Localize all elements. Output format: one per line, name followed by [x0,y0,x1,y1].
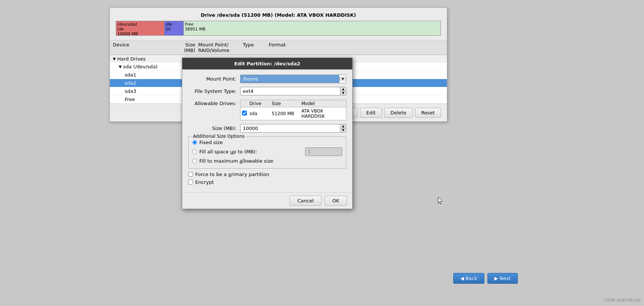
force-primary-row[interactable]: Force to be a primary partition [188,172,346,177]
seg-size: 20 [166,27,182,32]
drives-table: Drive Size Model sda 51200 MB ATA VBOX H… [240,100,346,120]
cancel-button[interactable]: Cancel [290,196,321,206]
filesystem-select[interactable]: ▲ ▼ [240,87,346,95]
col-size: Size [272,101,301,106]
radio-fill-up-label: Fill all space up to (MB): [199,149,257,154]
filesystem-spin-btns: ▲ ▼ [340,87,346,95]
allowable-drives-row: Allowable Drives: Drive Size Model sda [188,99,346,120]
seg-label: /de [166,22,182,27]
mount-point-input[interactable] [241,75,339,83]
filesystem-control: ▲ ▼ [240,87,346,95]
col-type: Type [243,42,269,53]
back-button[interactable]: ◀ Back [453,273,484,284]
ok-button[interactable]: OK [324,196,347,206]
size-input[interactable] [241,124,340,132]
radio-fill-max-input[interactable] [192,159,197,163]
size-label: Size (MB): [188,126,240,131]
fill-up-left: Fill all space up to (MB): [192,149,257,154]
seg-sub: /de [117,27,163,32]
size-spinbox: ▲ ▼ [240,124,346,133]
next-label: Next [500,276,511,281]
mount-point-row: Mount Point: ▼ [188,75,346,83]
device-name: sda2 [125,80,184,86]
col-size: Size(MB) [172,42,198,53]
disk-segment-sda3: /de 20 [164,21,184,35]
drives-header: Drive Size Model [241,100,346,107]
next-arrow-icon: ▶ [494,276,498,281]
col-device: Device [113,42,172,53]
filesystem-up-btn[interactable]: ▲ [340,87,346,91]
fill-up-input[interactable] [305,148,342,156]
radio-fill-up[interactable]: Fill all space up to (MB): ▲ ▼ [192,147,342,156]
device-name: sda3 [125,88,184,94]
encrypt-checkbox[interactable] [188,180,193,185]
encrypt-row[interactable]: Encrypt [188,179,346,185]
col-mount: Mount Point/RAID/Volume [198,42,243,53]
size-control: ▲ ▼ [240,124,346,133]
size-row: Size (MB): ▲ ▼ [188,124,346,133]
device-name: Free [125,97,184,102]
dropdown-arrow-icon: ▼ [340,77,346,81]
triangle-icon: ▼ [119,65,122,69]
disk-segment-sda2: /dev/sda2 /de 10000 MB [116,21,164,35]
mount-point-control: ▼ [240,75,346,83]
filesystem-row: File System Type: ▲ ▼ [188,87,346,95]
force-primary-checkbox[interactable] [188,172,193,177]
radio-fill-max[interactable]: Fill to maximum allowable size [192,158,342,164]
triangle-icon: ▼ [113,57,116,61]
next-button[interactable]: ▶ Next [487,273,518,284]
drive-size: 51200 MB [272,111,301,116]
allowable-drives-control: Drive Size Model sda 51200 MB ATA VBOX H… [240,99,346,120]
cursor [438,197,444,206]
allowable-drives-label: Allowable Drives: [188,99,240,106]
radio-fixed-size[interactable]: Fixed size [192,140,342,145]
additional-size-groupbox: Additional Size Options Fixed size Fill … [188,136,346,169]
group-label: Hard Drives [117,56,146,62]
col-radio [242,101,249,106]
mount-point-dropdown-btn[interactable]: ▼ [339,77,346,81]
disk-bar: /dev/sda2 /de 10000 MB /de 20 Free 38951… [116,21,441,36]
partition-table-header: Device Size(MB) Mount Point/RAID/Volume … [110,40,447,55]
delete-button[interactable]: Delete [384,108,413,118]
size-down-btn[interactable]: ▼ [340,128,346,132]
watermark: CSDN @请叫我大虾 [604,297,641,303]
drive-name: sda [249,111,272,116]
col-drive: Drive [249,101,272,106]
encrypt-label: Encrypt [195,179,214,185]
filesystem-label: File System Type: [188,88,240,94]
radio-fill-max-label: Fill to maximum allowable size [199,158,273,164]
drive-model: ATA VBOX HARDDISK [301,108,344,119]
device-name: sda1 [125,72,184,78]
back-arrow-icon: ◀ [460,276,464,281]
drive-check-input[interactable] [242,111,247,115]
mount-point-label: Mount Point: [188,76,240,82]
drives-table-row[interactable]: sda 51200 MB ATA VBOX HARDDISK [241,107,346,120]
nav-buttons: ◀ Back ▶ Next [453,273,518,284]
fill-up-spinbox: ▲ ▼ [305,147,342,156]
col-format: Format [269,42,295,53]
modal-footer: Cancel OK [182,192,352,209]
col-model: Model [301,101,344,106]
mount-point-input-wrapper: ▼ [240,75,346,83]
force-primary-label: Force to be a primary partition [195,172,269,177]
seg-size: 38951 MB [185,27,439,32]
modal-title-bar: Edit Partition: /dev/sda2 [182,58,352,69]
modal-body: Mount Point: ▼ File System Type: ▲ ▼ [182,69,352,192]
back-label: Back [465,276,477,281]
modal-title: Edit Partition: /dev/sda2 [234,61,300,66]
disk-visualization: Drive /dev/sda (51200 MB) (Model: ATA VB… [110,8,447,40]
filesystem-down-btn[interactable]: ▼ [340,91,346,95]
radio-fixed-input[interactable] [192,140,197,145]
reset-button[interactable]: Reset [415,108,441,118]
groupbox-legend: Additional Size Options [192,134,246,139]
edit-button[interactable]: Edit [360,108,382,118]
size-up-btn[interactable]: ▲ [340,124,346,128]
disk-segment-free: Free 38951 MB [184,21,441,35]
seg-label: Free [185,22,439,27]
sda-label: sda (/dev/sda) [123,64,158,69]
radio-fill-up-input[interactable] [192,149,197,154]
cursor-icon [438,197,444,205]
radio-fixed-label: Fixed size [199,140,223,145]
seg-size: 10000 MB [117,32,163,35]
filesystem-input[interactable] [241,87,340,95]
